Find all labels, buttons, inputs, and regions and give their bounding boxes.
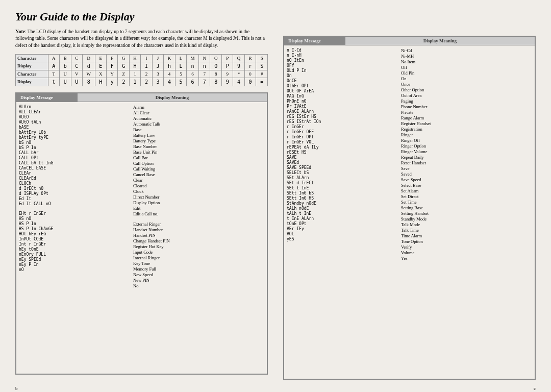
right-panel-header-msg: Display Message (284, 37, 345, 45)
list-item: Yes (401, 256, 532, 261)
list-item: Alarm (133, 105, 264, 110)
list-item: Once (401, 82, 532, 87)
char-table-cell: 9 (221, 78, 233, 86)
list-item: Setting Handset (401, 211, 532, 216)
list-item: SEt d IrECt (287, 181, 396, 185)
char-table-cell: 3 (152, 78, 163, 86)
list-item: AUtO tALh (19, 120, 128, 125)
list-item: CALL bA It InG (19, 161, 128, 165)
char-table-cell: O (210, 54, 221, 62)
list-item: PhOnE nO (287, 99, 396, 104)
char-table-cell: 7 (199, 70, 210, 78)
list-item: hEy tOnE (19, 247, 128, 252)
char-table-label: Display (16, 62, 48, 70)
char-table-cell: 3 (152, 70, 163, 78)
char-table-cell: r (244, 62, 256, 70)
char-table-cell: d (82, 62, 95, 70)
list-item: OUt OF ArEA (287, 89, 396, 93)
char-table-cell: 5 (175, 70, 186, 78)
list-item: Direct Number (133, 194, 264, 200)
char-table-cell: D (82, 54, 95, 62)
list-item: nEnOry FULL (19, 252, 128, 257)
char-table-cell: F (106, 62, 117, 70)
list-item: InPUt COdE (19, 237, 128, 241)
char-table-cell: F (106, 54, 117, 62)
char-table-cell: J (152, 62, 163, 70)
list-item: SAVE (287, 155, 396, 160)
char-table-cell: y (106, 78, 117, 86)
footer-right: c (534, 386, 536, 391)
list-item: Ni-Cd (401, 48, 532, 53)
list-item: d IrECt nO (19, 186, 128, 191)
list-item: CALL OPt (19, 156, 128, 160)
list-item: Time Alarm (401, 233, 532, 238)
char-table-cell: L (175, 62, 186, 70)
char-table-cell: P (221, 62, 233, 70)
char-table-cell: 0 (244, 70, 256, 78)
note-body: : The LCD display of the handset can dis… (15, 29, 265, 48)
char-table-cell: C (71, 62, 82, 70)
char-table-cell: 4 (164, 70, 175, 78)
list-item: SEt ALArn (287, 176, 396, 180)
page-footer: b c (0, 385, 551, 392)
note-text: Note: The LCD display of the handset can… (15, 29, 268, 49)
char-table-cell: 2 (141, 70, 152, 78)
list-item: r InGEr OPt (287, 135, 396, 139)
list-item: Ringer Volume (401, 149, 532, 154)
list-item: All Clear (133, 110, 264, 115)
char-table-cell: E (95, 54, 106, 62)
list-item: n I-nH (287, 53, 396, 58)
char-table-cell: 4 (233, 78, 244, 86)
list-item: Repeat Daily (401, 155, 532, 160)
left-panel-body: ALArnALL CLEArAUtOAUtO tALhbASEbAttEry L… (16, 102, 267, 374)
char-table-cell: h (164, 62, 175, 70)
list-item: Clock (133, 189, 264, 194)
list-item: Base (133, 127, 264, 132)
list-item: Volume (401, 250, 532, 255)
char-table-cell: 6 (187, 70, 199, 78)
list-item: SAVE SPEEd (287, 165, 396, 170)
char-table-cell: N (199, 54, 210, 62)
list-item: Automatic Talk (133, 121, 264, 127)
char-table-cell: A (48, 54, 59, 62)
right-panel-header-meaning: Display Meaning (345, 37, 535, 45)
list-item: OthEr OPt (287, 84, 396, 88)
list-item: Set Time (401, 200, 532, 205)
list-item: bAttEry tyPE (19, 135, 128, 140)
list-item: Battery Type (133, 138, 264, 143)
char-table-cell: 6 (187, 78, 199, 86)
list-item: CAnCEL bASE (19, 166, 128, 170)
char-table-cell: K (164, 54, 175, 62)
char-table-cell: R (244, 54, 256, 62)
char-table-cell: 8 (210, 78, 221, 86)
list-item: HS P In (19, 222, 128, 226)
char-table-cell: O (210, 62, 221, 70)
list-item: CLOCh (19, 181, 128, 186)
list-item: Register Hot Key (133, 244, 264, 249)
char-table-cell: b (60, 62, 71, 70)
list-item: VOL (287, 232, 396, 236)
list-item: rEG IStEr HS (287, 114, 396, 119)
list-item: Ni-MH (401, 54, 532, 59)
list-item: Other Option (401, 87, 532, 92)
list-item: Private (401, 110, 532, 115)
char-table-cell: # (256, 70, 268, 78)
list-item: External Ringer (133, 222, 264, 227)
list-item: ALL CLEAr (19, 110, 128, 114)
list-item: Old Pin (401, 70, 532, 76)
char-table-cell: 1 (129, 70, 140, 78)
left-display-panel: Display Message Display Meaning ALArnALL… (15, 92, 268, 375)
list-item: CLEAr (19, 171, 128, 176)
list-item: Ringer Option (401, 143, 532, 149)
list-item: bASE (19, 125, 128, 130)
char-table-cell: 9 (233, 62, 244, 70)
list-item: HOt hEy rEG (19, 232, 128, 236)
right-msg-column: n I-Cdn I-nHnO ItEnOFfOLd P InOnOnCEOthE… (287, 48, 396, 376)
char-table-cell: t (48, 78, 59, 86)
char-table-cell: Y (106, 70, 117, 78)
char-table-cell: P (221, 54, 233, 62)
list-item: Tone Option (401, 239, 532, 244)
char-table-cell: 2 (141, 78, 152, 86)
list-item: CLEArEd (19, 176, 128, 181)
list-item: d ISPLAy OPt (19, 191, 128, 196)
